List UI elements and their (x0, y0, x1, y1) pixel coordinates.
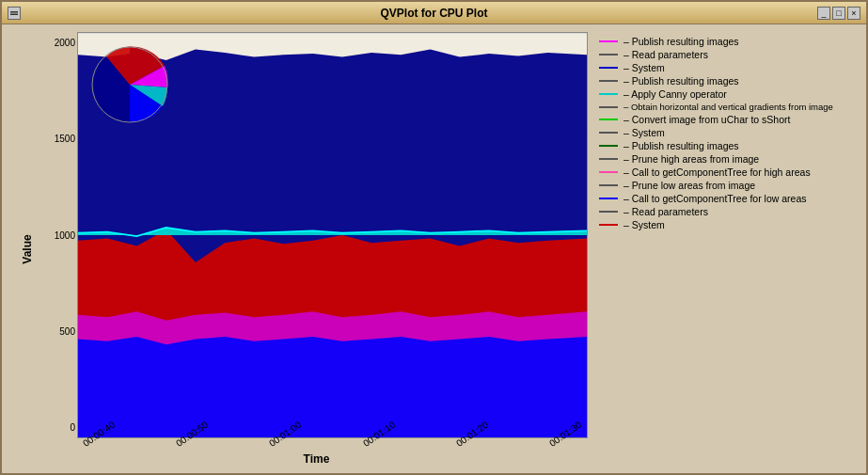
legend-item-3: – Publish resulting images (599, 75, 855, 87)
y-ticks: 0 500 1000 1500 2000 (45, 32, 77, 438)
chart-area: Value 0 500 1000 1500 2000 (9, 32, 588, 466)
legend-item-10: – Call to getComponentTree for high area… (599, 166, 855, 178)
legend-item-0: – Publish resulting images (599, 36, 855, 47)
pie-chart (87, 42, 172, 127)
legend-label-7: – System (623, 127, 665, 138)
y-tick-1500: 1500 (45, 134, 75, 144)
legend-area: – Publish resulting images – Read parame… (595, 32, 859, 466)
legend-label-10: – Call to getComponentTree for high area… (623, 166, 811, 178)
legend-label-11: – Prune low areas from image (623, 180, 755, 191)
legend-item-8: – Publish resulting images (599, 140, 855, 151)
legend-label-12: – Call to getComponentTree for low areas (623, 193, 807, 204)
legend-label-14: – System (623, 219, 665, 230)
legend-color-13 (599, 211, 618, 213)
svg-marker-11 (78, 337, 587, 437)
legend-color-6 (599, 119, 618, 120)
legend-label-5: – Obtain horizontal and vertical gradien… (623, 102, 833, 112)
legend-label-4: – Apply Canny operator (623, 88, 727, 100)
content-area: Value 0 500 1000 1500 2000 (2, 24, 866, 473)
y-axis-label: Value (21, 234, 34, 263)
window: QVPlot for CPU Plot _ □ × Value 0 500 10… (0, 0, 868, 475)
titlebar: QVPlot for CPU Plot _ □ × (2, 2, 866, 24)
legend-color-11 (599, 184, 618, 186)
legend-color-2 (599, 67, 618, 69)
legend-color-1 (599, 54, 618, 55)
y-tick-500: 500 (45, 326, 75, 337)
legend-label-9: – Prune high areas from image (623, 153, 759, 165)
legend-item-6: – Convert image from uChar to sShort (599, 114, 855, 125)
x-ticks: 00:00:40 00:00:50 00:01:00 00:01:10 00:0… (45, 438, 588, 451)
y-tick-2000: 2000 (45, 38, 75, 48)
legend-item-14: – System (599, 219, 855, 230)
maximize-button[interactable]: □ (832, 7, 845, 20)
close-button[interactable]: × (847, 7, 860, 20)
legend-item-13: – Read parameters (599, 206, 855, 217)
legend-label-1: – Read parameters (623, 49, 708, 60)
titlebar-controls: _ □ × (817, 7, 860, 20)
legend-color-8 (599, 145, 618, 147)
legend-color-7 (599, 132, 618, 134)
legend-item-1: – Read parameters (599, 49, 855, 60)
legend-label-0: – Publish resulting images (623, 36, 739, 47)
legend-item-11: – Prune low areas from image (599, 180, 855, 191)
legend-color-5 (599, 106, 618, 108)
svg-rect-1 (10, 13, 18, 15)
svg-rect-0 (10, 11, 18, 13)
chart-inner: 0 500 1000 1500 2000 (45, 32, 588, 466)
legend-color-4 (599, 93, 618, 95)
minimize-button[interactable]: _ (817, 7, 830, 20)
legend-color-12 (599, 198, 618, 199)
window-menu-button[interactable] (8, 7, 21, 20)
legend-color-14 (599, 224, 618, 226)
titlebar-left (8, 7, 21, 20)
y-axis: Value (9, 32, 45, 466)
legend-color-3 (599, 80, 618, 82)
legend-label-3: – Publish resulting images (623, 75, 739, 87)
legend-item-9: – Prune high areas from image (599, 153, 855, 165)
legend-item-4: – Apply Canny operator (599, 88, 855, 100)
legend-item-2: – System (599, 62, 855, 73)
x-axis-label: Time (45, 452, 588, 466)
window-title: QVPlot for CPU Plot (381, 7, 488, 20)
chart-wrapper: Value 0 500 1000 1500 2000 (9, 32, 588, 466)
legend-item-5: – Obtain horizontal and vertical gradien… (599, 102, 855, 112)
y-tick-0: 0 (45, 422, 75, 433)
chart-with-yticks: 0 500 1000 1500 2000 (45, 32, 588, 438)
legend-color-0 (599, 40, 618, 42)
legend-item-7: – System (599, 127, 855, 138)
y-tick-1000: 1000 (45, 230, 75, 241)
legend-item-12: – Call to getComponentTree for low areas (599, 193, 855, 204)
legend-label-6: – Convert image from uChar to sShort (623, 114, 790, 125)
chart-plot (77, 32, 588, 438)
legend-label-2: – System (623, 62, 665, 73)
legend-color-10 (599, 171, 618, 173)
legend-label-8: – Publish resulting images (623, 140, 739, 151)
legend-label-13: – Read parameters (623, 206, 708, 217)
legend-color-9 (599, 158, 618, 160)
